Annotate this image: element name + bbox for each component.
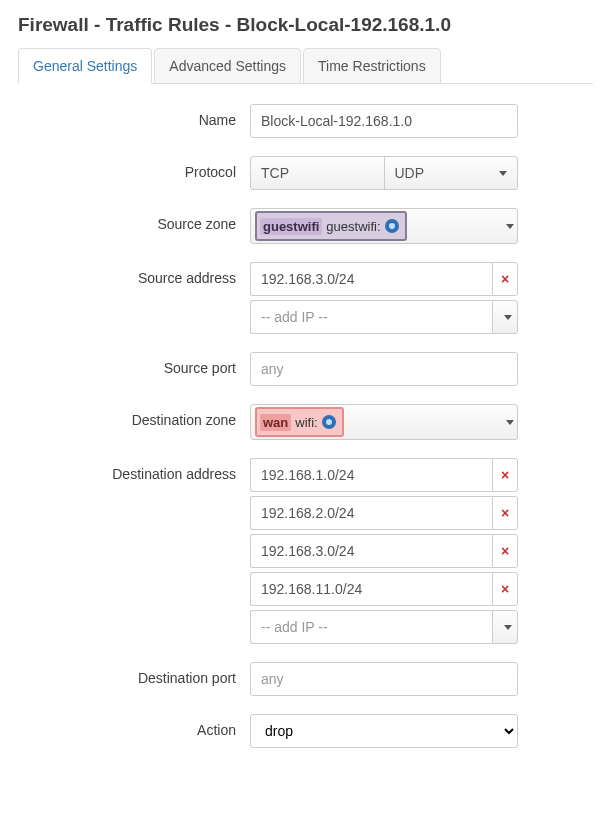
destination-port-label: Destination port [18,662,250,686]
destination-address-value[interactable]: 192.168.3.0/24 [250,534,492,568]
source-address-label: Source address [18,262,250,286]
chevron-down-icon [504,315,512,320]
remove-ip-button[interactable]: × [492,572,518,606]
source-zone-badge: guestwifi guestwifi: [255,211,407,241]
remove-ip-button[interactable]: × [492,458,518,492]
destination-address-item: 192.168.1.0/24 × [250,458,518,492]
destination-address-add[interactable]: -- add IP -- [250,610,518,644]
destination-port-input[interactable] [250,662,518,696]
close-icon: × [501,505,509,521]
source-address-item: 192.168.3.0/24 × [250,262,518,296]
tab-advanced-settings[interactable]: Advanced Settings [154,48,301,84]
destination-address-label: Destination address [18,458,250,482]
destination-zone-select[interactable]: wan wifi: [250,404,518,440]
source-zone-iface: guestwifi: [326,219,380,234]
destination-address-value[interactable]: 192.168.1.0/24 [250,458,492,492]
action-label: Action [18,714,250,738]
destination-address-item: 192.168.3.0/24 × [250,534,518,568]
chevron-down-icon [499,171,507,176]
source-zone-select[interactable]: guestwifi guestwifi: [250,208,518,244]
destination-address-item: 192.168.11.0/24 × [250,572,518,606]
name-label: Name [18,104,250,128]
page-title: Firewall - Traffic Rules - Block-Local-1… [18,14,593,36]
close-icon: × [501,581,509,597]
destination-zone-name: wan [260,414,291,431]
source-address-value[interactable]: 192.168.3.0/24 [250,262,492,296]
action-select[interactable]: drop [250,714,518,748]
add-ip-placeholder: -- add IP -- [250,300,492,334]
destination-zone-iface: wifi: [295,415,317,430]
source-port-label: Source port [18,352,250,376]
remove-ip-button[interactable]: × [492,496,518,530]
destination-zone-badge: wan wifi: [255,407,344,437]
network-icon [322,415,336,429]
source-port-input[interactable] [250,352,518,386]
close-icon: × [501,467,509,483]
tab-time-restrictions[interactable]: Time Restrictions [303,48,441,84]
destination-address-value[interactable]: 192.168.2.0/24 [250,496,492,530]
remove-ip-button[interactable]: × [492,262,518,296]
tabs: General Settings Advanced Settings Time … [18,48,593,84]
tab-general-settings[interactable]: General Settings [18,48,152,84]
network-icon [385,219,399,233]
source-zone-label: Source zone [18,208,250,232]
protocol-label: Protocol [18,156,250,180]
chevron-down-icon [506,420,514,425]
protocol-select[interactable]: TCP UDP [250,156,518,190]
destination-address-value[interactable]: 192.168.11.0/24 [250,572,492,606]
chevron-down-icon [506,224,514,229]
chevron-down-icon [504,625,512,630]
destination-zone-label: Destination zone [18,404,250,428]
close-icon: × [501,543,509,559]
name-input[interactable] [250,104,518,138]
remove-ip-button[interactable]: × [492,534,518,568]
source-address-add[interactable]: -- add IP -- [250,300,518,334]
source-zone-name: guestwifi [260,218,322,235]
protocol-value-2: UDP [395,165,425,181]
protocol-value-1: TCP [251,157,385,189]
destination-address-item: 192.168.2.0/24 × [250,496,518,530]
close-icon: × [501,271,509,287]
add-ip-placeholder: -- add IP -- [250,610,492,644]
